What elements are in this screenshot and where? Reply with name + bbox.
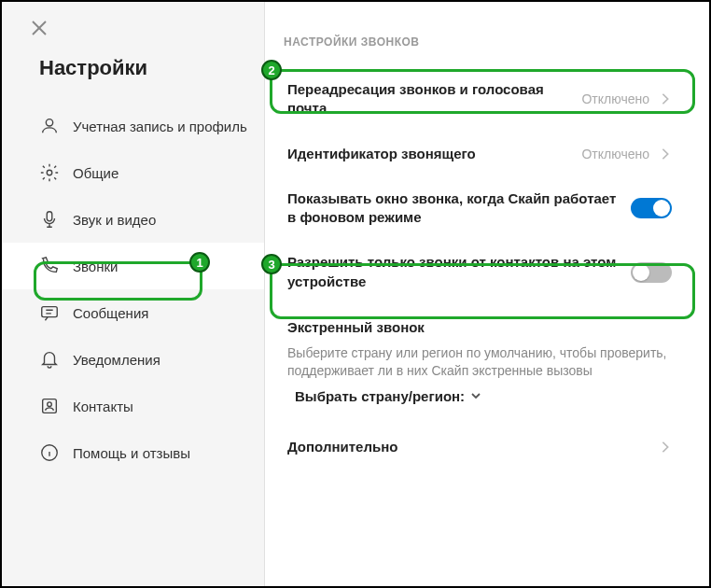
sidebar-item-contacts[interactable]: Контакты bbox=[2, 383, 264, 429]
chevron-right-icon bbox=[661, 93, 672, 105]
sidebar-item-messaging[interactable]: Сообщения bbox=[2, 289, 264, 336]
annotation-badge-2: 2 bbox=[261, 60, 282, 80]
row-label: Показывать окно звонка, когда Скайп рабо… bbox=[287, 189, 620, 228]
close-icon bbox=[28, 17, 50, 39]
gear-icon bbox=[39, 162, 60, 183]
emergency-section: Экстренный звонок Выберите страну или ре… bbox=[284, 315, 679, 404]
row-call-forwarding[interactable]: Переадресация звонков и голосовая почта … bbox=[284, 67, 679, 132]
info-icon bbox=[39, 442, 60, 463]
contacts-icon bbox=[39, 396, 60, 416]
chevron-right-icon bbox=[661, 148, 672, 160]
row-contacts-only[interactable]: Разрешить только звонки от контактов на … bbox=[284, 240, 679, 304]
sidebar-item-label: Сообщения bbox=[73, 305, 148, 321]
sidebar-item-label: Помощь и отзывы bbox=[73, 445, 190, 461]
microphone-icon bbox=[39, 209, 60, 230]
sidebar-item-help[interactable]: Помощь и отзывы bbox=[2, 429, 264, 476]
close-button[interactable] bbox=[28, 17, 50, 39]
annotation-badge-1: 1 bbox=[189, 252, 210, 273]
svg-rect-5 bbox=[42, 307, 58, 317]
row-show-call-window[interactable]: Показывать окно звонка, когда Скайп рабо… bbox=[284, 176, 679, 241]
svg-point-3 bbox=[47, 170, 52, 175]
sidebar-item-notifications[interactable]: Уведомления bbox=[2, 336, 264, 383]
chevron-right-icon bbox=[661, 441, 672, 453]
emergency-description: Выберите страну или регион по умолчанию,… bbox=[287, 344, 672, 381]
sidebar-title: Настройки bbox=[39, 56, 264, 80]
section-header: НАСТРОЙКИ ЗВОНКОВ bbox=[284, 35, 679, 49]
row-label: Разрешить только звонки от контактов на … bbox=[287, 253, 620, 291]
sidebar-item-account[interactable]: Учетная запись и профиль bbox=[2, 103, 264, 149]
row-label: Идентификатор звонящего bbox=[287, 145, 570, 163]
sidebar-item-general[interactable]: Общие bbox=[2, 149, 264, 196]
row-label: Дополнительно bbox=[287, 438, 649, 456]
toggle-contacts-only[interactable] bbox=[631, 262, 672, 283]
user-icon bbox=[39, 116, 60, 136]
row-label: Переадресация звонков и голосовая почта bbox=[287, 80, 570, 119]
row-status: Отключено bbox=[581, 91, 649, 106]
bell-icon bbox=[39, 349, 60, 370]
settings-sidebar: Настройки Учетная запись и профиль Общие… bbox=[2, 2, 265, 586]
sidebar-item-calls[interactable]: Звонки bbox=[2, 243, 264, 289]
row-caller-id[interactable]: Идентификатор звонящего Отключено bbox=[284, 132, 679, 176]
svg-rect-4 bbox=[47, 212, 52, 221]
sidebar-item-label: Звонки bbox=[73, 259, 118, 274]
row-status: Отключено bbox=[581, 147, 649, 161]
sidebar-item-audio-video[interactable]: Звук и видео bbox=[2, 196, 264, 243]
sidebar-item-label: Общие bbox=[73, 165, 118, 181]
country-select-label: Выбрать страну/регион: bbox=[295, 388, 465, 404]
row-advanced[interactable]: Дополнительно bbox=[284, 425, 679, 469]
country-region-select[interactable]: Выбрать страну/регион: bbox=[295, 388, 672, 404]
sidebar-item-label: Звук и видео bbox=[73, 212, 156, 228]
svg-point-7 bbox=[48, 402, 52, 407]
emergency-title: Экстренный звонок bbox=[287, 319, 672, 335]
phone-icon bbox=[39, 256, 60, 276]
sidebar-item-label: Уведомления bbox=[73, 352, 160, 368]
sidebar-item-label: Контакты bbox=[73, 399, 133, 414]
toggle-show-call-window[interactable] bbox=[631, 198, 672, 218]
annotation-badge-3: 3 bbox=[261, 254, 282, 274]
chevron-down-icon bbox=[470, 391, 481, 400]
svg-point-2 bbox=[46, 119, 52, 126]
sidebar-item-label: Учетная запись и профиль bbox=[73, 119, 247, 134]
message-icon bbox=[39, 302, 60, 323]
settings-main-panel: НАСТРОЙКИ ЗВОНКОВ Переадресация звонков … bbox=[265, 2, 709, 586]
